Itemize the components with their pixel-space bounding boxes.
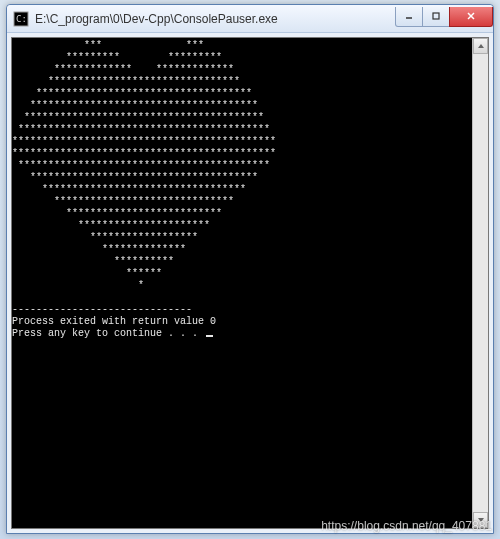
scroll-track[interactable]	[473, 54, 488, 512]
console-window: C: E:\C_program\0\Dev-Cpp\ConsolePauser.…	[6, 4, 494, 534]
close-button[interactable]	[449, 7, 493, 27]
vertical-scrollbar[interactable]	[472, 38, 488, 528]
maximize-button[interactable]	[422, 7, 450, 27]
console-output: *** *** ********* ********* ************…	[12, 38, 488, 340]
svg-text:C:: C:	[16, 14, 27, 24]
app-icon: C:	[13, 11, 29, 27]
window-buttons	[396, 7, 493, 27]
scroll-up-button[interactable]	[473, 38, 488, 54]
svg-rect-3	[433, 13, 439, 19]
console-client-area: *** *** ********* ********* ************…	[11, 37, 489, 529]
svg-marker-6	[478, 44, 484, 48]
titlebar[interactable]: C: E:\C_program\0\Dev-Cpp\ConsolePauser.…	[7, 5, 493, 33]
cursor	[206, 335, 213, 337]
minimize-button[interactable]	[395, 7, 423, 27]
window-title: E:\C_program\0\Dev-Cpp\ConsolePauser.exe	[35, 12, 396, 26]
watermark-text: https://blog.csdn.net/qq_407881	[321, 519, 492, 533]
